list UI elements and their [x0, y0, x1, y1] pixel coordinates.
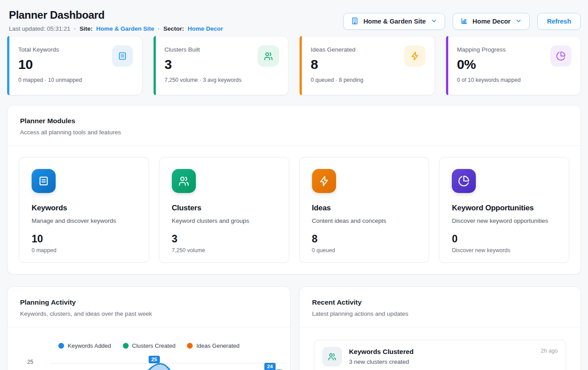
module-title: Ideas — [312, 204, 417, 213]
data-label-24: 24 — [264, 363, 276, 370]
sector-selector-label: Home Decor — [473, 18, 511, 25]
activity-title: Keywords Clustered — [349, 348, 414, 355]
document-icon — [112, 45, 133, 67]
recent-activity-subtitle: Latest planning actions and updates — [312, 310, 568, 317]
module-title: Clusters — [172, 204, 276, 213]
planning-activity-subtitle: Keywords, clusters, and ideas over the p… — [20, 310, 278, 317]
meta-dot: · — [158, 25, 160, 32]
bar-chart-icon — [460, 17, 468, 26]
users-icon — [258, 45, 279, 67]
module-description: Keyword clusters and groups — [172, 217, 276, 224]
planning-activity-chart: 25 25 24 — [8, 354, 290, 370]
topbar: Planner Dashboard Last updated: 05:31:21… — [7, 0, 581, 32]
legend-label: Ideas Generated — [196, 342, 239, 349]
legend-label: Keywords Added — [68, 342, 111, 349]
planner-modules-panel: Planner Modules Access all planning tool… — [7, 105, 581, 274]
module-sub: Discover new keywords — [452, 247, 556, 253]
building-icon — [351, 17, 359, 26]
pie-chart-icon — [452, 169, 476, 193]
stat-card-mapping-progress: Mapping Progress 0% 0 of 10 keywords map… — [446, 36, 581, 95]
module-title: Keyword Opportunities — [452, 204, 556, 213]
module-card-clusters[interactable]: Clusters Keyword clusters and groups 3 7… — [159, 157, 289, 263]
site-label: Site: — [80, 25, 93, 32]
y-axis-tick: 25 — [27, 359, 33, 365]
sector-link[interactable]: Home Decor — [187, 25, 223, 32]
users-icon — [322, 347, 342, 366]
module-value: 3 — [172, 233, 276, 245]
legend-dot-orange — [187, 343, 193, 349]
module-card-keyword-opportunities[interactable]: Keyword Opportunities Discover new keywo… — [439, 157, 569, 263]
site-selector-label: Home & Garden Site — [363, 18, 426, 25]
stat-sub: 0 of 10 keywords mapped — [457, 77, 570, 83]
chevron-down-icon — [515, 17, 522, 26]
planning-activity-title: Planning Activity — [20, 298, 278, 306]
stat-sub: 7,250 volume · 3 avg keywords — [165, 77, 278, 83]
page-title: Planner Dashboard — [7, 9, 223, 21]
activity-description: 3 new clusters created — [349, 358, 558, 365]
module-value: 10 — [32, 233, 136, 245]
stat-card-clusters-built: Clusters Built 3 7,250 volume · 3 avg ke… — [154, 36, 289, 95]
last-updated-text: Last updated: 05:31:21 — [9, 25, 70, 32]
meta-dot: · — [74, 25, 76, 32]
module-sub: 0 queued — [312, 247, 417, 253]
module-card-ideas[interactable]: Ideas Content ideas and concepts 8 0 que… — [299, 157, 430, 263]
stat-card-total-keywords: Total Keywords 10 0 mapped · 10 unmapped — [7, 36, 142, 95]
activity-item-keywords-clustered[interactable]: Keywords Clustered 2h ago 3 new clusters… — [314, 340, 566, 370]
chart-legend: Keywords Added Clusters Created Ideas Ge… — [8, 327, 290, 349]
recent-activity-panel: Recent Activity Latest planning actions … — [299, 286, 581, 370]
header-meta: Last updated: 05:31:21 · Site: Home & Ga… — [7, 25, 223, 32]
lightning-icon — [312, 169, 336, 193]
activity-timestamp: 2h ago — [541, 348, 558, 354]
chevron-down-icon — [430, 17, 438, 26]
module-description: Manage and discover keywords — [32, 217, 136, 224]
module-description: Discover new keyword opportunities — [452, 217, 556, 224]
recent-activity-title: Recent Activity — [312, 298, 568, 306]
legend-item-ideas-generated[interactable]: Ideas Generated — [187, 342, 239, 349]
site-selector-dropdown[interactable]: Home & Garden Site — [343, 13, 445, 30]
users-icon — [172, 169, 196, 193]
module-description: Content ideas and concepts — [312, 217, 417, 224]
stats-row: Total Keywords 10 0 mapped · 10 unmapped… — [7, 36, 581, 95]
modules-title: Planner Modules — [20, 117, 568, 125]
planning-activity-panel: Planning Activity Keywords, clusters, an… — [7, 286, 291, 370]
modules-grid: Keywords Manage and discover keywords 10… — [8, 146, 580, 274]
sector-label: Sector: — [163, 25, 184, 32]
lightning-icon — [404, 45, 426, 67]
legend-label: Clusters Created — [132, 342, 176, 349]
data-label-25: 25 — [149, 356, 160, 363]
refresh-button[interactable]: Refresh — [537, 13, 581, 30]
module-card-keywords[interactable]: Keywords Manage and discover keywords 10… — [19, 157, 149, 263]
pie-chart-icon — [550, 45, 572, 67]
legend-item-clusters-created[interactable]: Clusters Created — [123, 342, 176, 349]
stat-sub: 0 mapped · 10 unmapped — [18, 77, 131, 83]
legend-dot-green — [123, 343, 129, 349]
site-link[interactable]: Home & Garden Site — [96, 25, 154, 32]
module-value: 0 — [452, 233, 556, 245]
planner-dashboard-page: Planner Dashboard Last updated: 05:31:21… — [0, 0, 588, 370]
sector-selector-dropdown[interactable]: Home Decor — [453, 13, 530, 30]
module-title: Keywords — [32, 204, 136, 213]
legend-item-keywords-added[interactable]: Keywords Added — [58, 342, 111, 349]
legend-dot-blue — [58, 343, 64, 349]
stat-sub: 0 queued · 8 pending — [311, 77, 424, 83]
modules-subtitle: Access all planning tools and features — [20, 129, 568, 136]
document-icon — [32, 169, 56, 193]
keywords-added-area-series — [49, 354, 286, 370]
module-sub: 0 mapped — [32, 247, 136, 253]
stat-card-ideas-generated: Ideas Generated 8 0 queued · 8 pending — [300, 36, 435, 95]
module-sub: 7,250 volume — [172, 247, 276, 253]
module-value: 8 — [312, 233, 417, 245]
